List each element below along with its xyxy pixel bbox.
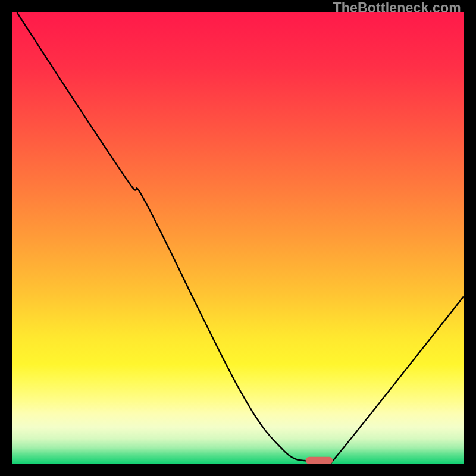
gradient-background	[12, 12, 464, 464]
bottleneck-chart	[12, 12, 464, 464]
optimal-marker	[306, 457, 333, 464]
watermark-text: TheBottleneck.com	[333, 0, 461, 16]
chart-frame	[12, 12, 464, 464]
